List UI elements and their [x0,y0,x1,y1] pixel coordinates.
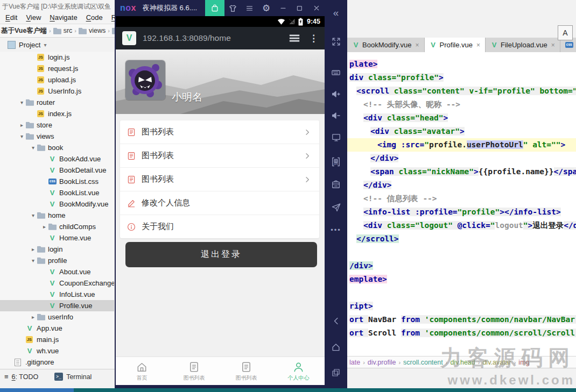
shirt-button[interactable] [224,0,241,16]
editor-tab-fileupload-vue[interactable]: VFileUpload.vue× [486,38,560,52]
project-panel-header[interactable]: Project ▾ [0,38,122,52]
tree-item-home[interactable]: ▾home [0,210,114,221]
menu-button[interactable] [241,0,258,16]
editor-tab-bookmodify-vue[interactable]: VBookModify.vue× [347,38,425,52]
code-line[interactable]: </div> [347,179,576,192]
minimize-button[interactable] [275,0,291,16]
tabs-stack-icon[interactable] [289,34,300,42]
tree-item-booklist-css[interactable]: cssBookList.css [0,176,114,187]
code-line[interactable]: div class="profile"> [347,71,576,84]
code-line[interactable]: <info-list :profile="profile"></info-lis… [347,205,576,219]
breadcrumb-item[interactable]: views [79,27,106,34]
tree-item-bookadd-vue[interactable]: VBookAdd.vue [0,153,114,165]
menu-edit[interactable]: Edit [1,12,22,23]
code-line[interactable]: </div> [347,152,576,165]
chevron-right-icon[interactable]: ▸ [40,224,48,230]
code-line[interactable]: <!-- 头部头像、昵称 --> [347,98,576,111]
chevron-down-icon[interactable]: ▾ [29,145,37,151]
code-line[interactable]: ort NavBar from 'components/common/navba… [347,313,576,326]
profile-menu-item[interactable]: 关于我们 [120,215,319,238]
code-editor[interactable]: plate>div class="profile"><scroll class=… [347,52,576,361]
menu-navigate[interactable]: Navigate [45,12,81,23]
close-tab-icon[interactable]: × [551,41,555,49]
apk-install-button[interactable]: APK [325,152,347,172]
code-line[interactable]: /div> [347,259,576,273]
code-line[interactable]: emplate> [347,273,576,286]
chevron-down-icon[interactable]: ▾ [29,258,37,263]
tree-item-infolist-vue[interactable]: VInfoList.vue [0,289,114,300]
more-button[interactable]: ••• [325,219,347,240]
file-drawer-button[interactable] [325,174,347,195]
profile-menu-item[interactable]: 修改个人信息 [120,191,319,215]
app-tab-个人中心[interactable]: 个人中心 [272,357,325,385]
tree-item-userinfo-js[interactable]: JSUserInfo.js [0,85,114,97]
tree-item-profile-vue[interactable]: VProfile.vue [0,300,114,311]
close-tab-icon[interactable]: × [416,41,419,49]
tree-item-book[interactable]: ▾book [0,142,114,153]
tree-item-views[interactable]: ▾views [0,131,114,142]
keyboard-button[interactable] [325,62,347,83]
menu-code[interactable]: Code [82,12,107,23]
editor-tab-profile-vue[interactable]: VProfile.vue× [425,38,486,52]
editor-breadcrumb-late[interactable]: late [349,359,360,366]
tree-item-wh-vue[interactable]: Vwh.vue [0,345,114,357]
nav-back-button[interactable] [325,311,347,331]
tree-item-main-js[interactable]: JSmain.js [0,334,114,345]
tree-item-router[interactable]: ▾router [0,97,114,108]
code-line[interactable]: <!-- 信息列表 --> [347,192,576,205]
chevron-down-icon[interactable]: ▾ [29,212,37,218]
tree-item-couponexchange-[interactable]: VCouponExchange. [0,277,114,289]
tree-item-childcomps[interactable]: ▸childComps [0,221,114,232]
nav-recents-button[interactable] [325,362,347,383]
volume-up-button[interactable] [325,84,347,104]
code-line[interactable]: <scroll class="content" v-if="profile" b… [347,84,576,98]
chevron-right-icon[interactable]: ▸ [29,314,37,320]
tree-item-login[interactable]: ▸login [0,244,114,255]
code-line[interactable]: ort Scroll from 'components/common/scrol… [347,326,576,340]
code-line[interactable]: <img :src="profile.userPhotoUrl" alt=""> [347,138,576,152]
editor-breadcrumb-div-profile[interactable]: div.profile [368,359,396,366]
settings-button[interactable]: ⚙ [258,0,275,16]
code-line[interactable]: plate> [347,58,576,71]
code-line[interactable]: <span class="nickName">{{profile.name}}<… [347,165,576,179]
tree-item-booklist-vue[interactable]: VBookList.vue [0,187,114,198]
code-line[interactable] [347,246,576,259]
chevron-down-icon[interactable]: ▾ [18,99,26,105]
code-line[interactable]: ript> [347,300,576,313]
app-tab-图书列表[interactable]: 图书列表 [168,357,220,385]
menu-view[interactable]: View [22,12,45,23]
browser-address-bar[interactable]: V 192.168.1.3:8089/home ⋮ [116,27,325,49]
tree-item-profile[interactable]: ▾profile [0,255,114,266]
project-tree[interactable]: JSlogin.jsJSrequest.jsJSupload.jsJSUserI… [0,52,114,369]
chevron-down-icon[interactable]: ▾ [18,133,26,139]
breadcrumb-item[interactable]: src [53,27,73,34]
code-line[interactable]: <div class="logout" @click="logout">退出登录… [347,219,576,232]
terminal-toolwindow-button[interactable]: >_ Terminal [54,373,92,381]
store-button[interactable] [205,0,224,16]
tree-item-request-js[interactable]: JSrequest.js [0,63,114,74]
close-tab-icon[interactable]: × [476,41,480,49]
tree-item-userinfo[interactable]: ▸userInfo [0,311,114,323]
profile-menu-item[interactable]: 图书列表 [120,120,319,144]
app-tab-图书列表[interactable]: 图书列表 [220,357,272,385]
kebab-icon[interactable]: ⋮ [309,34,318,43]
profile-menu-item[interactable]: 图书列表 [120,144,319,168]
url-text[interactable]: 192.168.1.3:8089/home [143,33,282,43]
chevron-right-icon[interactable]: ▸ [18,122,26,128]
tree-item-app-vue[interactable]: VApp.vue [0,323,114,334]
tree-item-about-vue[interactable]: VAbout.vue [0,266,114,277]
volume-down-button[interactable] [325,105,347,126]
tree-item-index-js[interactable]: JSindex.js [0,108,114,119]
chevron-right-icon[interactable]: ▸ [29,246,37,252]
tree-item-login-js[interactable]: JSlogin.js [0,52,114,63]
code-line[interactable] [347,286,576,300]
collapse-button[interactable]: « [325,2,347,23]
logout-button[interactable]: 退出登录 [125,242,317,267]
fullscreen-button[interactable] [325,31,347,52]
tree-item-store[interactable]: ▸store [0,119,114,131]
tree-item-home-vue[interactable]: VHome.vue [0,232,114,244]
breadcrumb-item[interactable]: 基于Vue客户端 [1,26,47,35]
todo-toolwindow-button[interactable]: ≡ 6: TODO [4,373,38,381]
code-line[interactable]: <div class="head"> [347,111,576,125]
tree-item--gitignore[interactable]: .gitignore [0,357,114,368]
